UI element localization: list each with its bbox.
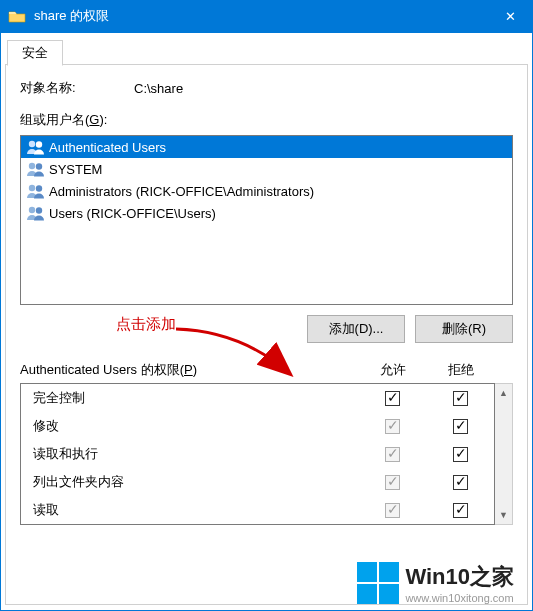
users-icon (25, 139, 47, 155)
add-button[interactable]: 添加(D)... (307, 315, 405, 343)
svg-point-4 (29, 185, 35, 191)
permission-name: 完全控制 (33, 389, 358, 407)
scrollbar[interactable]: ▲ ▼ (495, 383, 513, 525)
watermark-brand: Win10之家 (405, 562, 514, 592)
col-allow-header: 允许 (359, 361, 427, 379)
svg-point-2 (29, 163, 35, 169)
allow-cell (358, 390, 426, 406)
close-icon: ✕ (505, 9, 516, 24)
permissions-box-wrap: 完全控制修改读取和执行列出文件夹内容读取 ▲ ▼ (20, 383, 513, 525)
checkbox[interactable] (385, 447, 400, 462)
svg-point-0 (29, 141, 35, 147)
scroll-up-icon[interactable]: ▲ (495, 384, 512, 402)
svg-point-7 (36, 207, 42, 213)
tab-security[interactable]: 安全 (7, 40, 63, 66)
button-row: 点击添加 添加(D)... 删除(R) (20, 315, 513, 343)
permission-row: 读取 (21, 496, 494, 524)
list-item-label: Users (RICK-OFFICE\Users) (49, 206, 216, 221)
allow-cell (358, 446, 426, 462)
checkbox[interactable] (453, 475, 468, 490)
watermark-url: www.win10xitong.com (405, 592, 514, 604)
checkbox[interactable] (453, 391, 468, 406)
checkbox[interactable] (385, 391, 400, 406)
users-icon (25, 183, 47, 199)
svg-point-5 (36, 185, 42, 191)
checkbox[interactable] (453, 503, 468, 518)
checkbox[interactable] (385, 419, 400, 434)
svg-point-3 (36, 163, 42, 169)
list-item-label: Administrators (RICK-OFFICE\Administrato… (49, 184, 314, 199)
watermark: Win10之家 www.win10xitong.com (357, 562, 514, 604)
permissions-listbox: 完全控制修改读取和执行列出文件夹内容读取 (20, 383, 495, 525)
windows-logo-icon (357, 562, 399, 604)
list-item[interactable]: Users (RICK-OFFICE\Users) (21, 202, 512, 224)
permissions-label: Authenticated Users 的权限(P) (20, 361, 359, 379)
tab-content: 对象名称: C:\share 组或用户名(G): Authenticated U… (5, 65, 528, 605)
deny-cell (426, 474, 494, 490)
list-item[interactable]: Administrators (RICK-OFFICE\Administrato… (21, 180, 512, 202)
checkbox[interactable] (385, 475, 400, 490)
group-users-label: 组或用户名(G): (20, 111, 513, 129)
checkbox[interactable] (385, 503, 400, 518)
list-item[interactable]: Authenticated Users (21, 136, 512, 158)
scroll-track[interactable] (495, 402, 512, 506)
permission-row: 完全控制 (21, 384, 494, 412)
deny-cell (426, 418, 494, 434)
close-button[interactable]: ✕ (487, 0, 533, 32)
object-name-row: 对象名称: C:\share (20, 79, 513, 97)
window-title: share 的权限 (34, 7, 487, 25)
permission-name: 列出文件夹内容 (33, 473, 358, 491)
group-users-listbox[interactable]: Authenticated UsersSYSTEMAdministrators … (20, 135, 513, 305)
tab-strip: 安全 (5, 37, 528, 65)
checkbox[interactable] (453, 419, 468, 434)
list-item[interactable]: SYSTEM (21, 158, 512, 180)
annotation-text: 点击添加 (116, 315, 176, 334)
permission-row: 读取和执行 (21, 440, 494, 468)
permission-row: 修改 (21, 412, 494, 440)
allow-cell (358, 418, 426, 434)
allow-cell (358, 474, 426, 490)
permission-name: 读取 (33, 501, 358, 519)
object-name-label: 对象名称: (20, 79, 134, 97)
list-item-label: Authenticated Users (49, 140, 166, 155)
list-item-label: SYSTEM (49, 162, 102, 177)
titlebar: share 的权限 ✕ (0, 0, 533, 32)
checkbox[interactable] (453, 447, 468, 462)
svg-point-1 (36, 141, 42, 147)
scroll-down-icon[interactable]: ▼ (495, 506, 512, 524)
permission-name: 修改 (33, 417, 358, 435)
deny-cell (426, 502, 494, 518)
folder-icon (8, 9, 26, 23)
object-name-value: C:\share (134, 81, 183, 96)
users-icon (25, 205, 47, 221)
deny-cell (426, 390, 494, 406)
col-deny-header: 拒绝 (427, 361, 495, 379)
permission-name: 读取和执行 (33, 445, 358, 463)
remove-button[interactable]: 删除(R) (415, 315, 513, 343)
permission-row: 列出文件夹内容 (21, 468, 494, 496)
deny-cell (426, 446, 494, 462)
allow-cell (358, 502, 426, 518)
svg-point-6 (29, 207, 35, 213)
dialog-panel: 安全 对象名称: C:\share 组或用户名(G): Authenticate… (0, 32, 533, 611)
users-icon (25, 161, 47, 177)
